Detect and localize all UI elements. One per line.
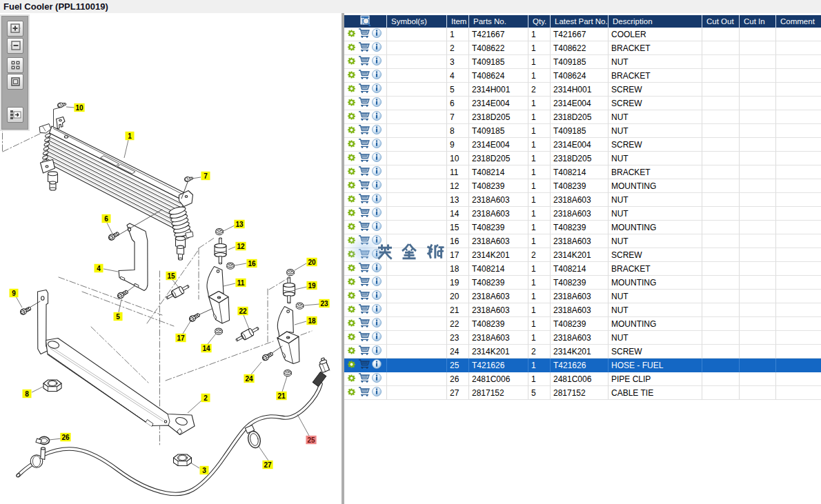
svg-text:18: 18	[308, 317, 316, 325]
svg-text:22: 22	[239, 308, 247, 315]
svg-text:24: 24	[245, 375, 253, 383]
svg-text:3: 3	[202, 467, 206, 474]
svg-text:11: 11	[237, 279, 245, 287]
svg-text:23: 23	[320, 300, 328, 308]
svg-text:9: 9	[12, 290, 16, 297]
svg-text:7: 7	[204, 172, 208, 180]
svg-text:25: 25	[307, 436, 315, 444]
svg-text:10: 10	[75, 104, 83, 112]
svg-text:5: 5	[116, 313, 120, 321]
svg-text:26: 26	[61, 434, 70, 441]
svg-text:13: 13	[235, 221, 244, 228]
svg-text:2: 2	[204, 394, 208, 402]
svg-text:1: 1	[128, 132, 132, 140]
svg-text:19: 19	[308, 282, 316, 290]
svg-text:12: 12	[237, 243, 245, 250]
svg-text:21: 21	[277, 392, 286, 400]
svg-text:4: 4	[97, 265, 101, 272]
svg-text:16: 16	[248, 260, 256, 268]
svg-text:27: 27	[264, 461, 272, 469]
svg-text:6: 6	[104, 215, 108, 223]
svg-text:15: 15	[167, 272, 175, 280]
svg-text:17: 17	[177, 334, 185, 342]
svg-text:14: 14	[202, 345, 210, 352]
svg-text:20: 20	[308, 259, 316, 266]
svg-text:8: 8	[25, 390, 29, 398]
